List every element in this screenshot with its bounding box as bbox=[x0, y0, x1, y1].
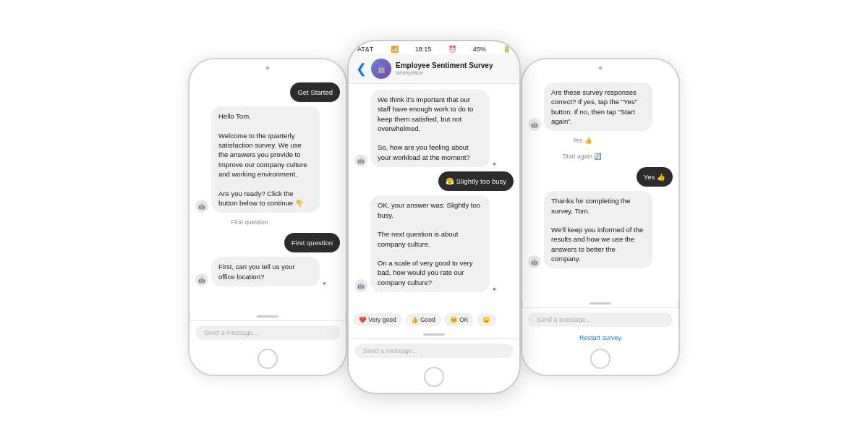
bot-avatar: 🤖 bbox=[354, 279, 367, 292]
bot-avatar: 🤖 bbox=[354, 154, 367, 167]
option-good[interactable]: 👍 Good bbox=[405, 313, 441, 326]
alarm-icon: ⏰ bbox=[448, 46, 456, 53]
bubble-row: 😤 Slightly too busy bbox=[354, 171, 514, 191]
phones-container: Get Started 🤖 Hello Tom. Welcome to the … bbox=[0, 0, 868, 434]
option-ok[interactable]: 😐 OK bbox=[444, 313, 475, 326]
bubble-verify: Are these survey responses correct? If y… bbox=[544, 82, 652, 131]
wifi-icon: 📶 bbox=[391, 46, 399, 53]
bot-avatar: 🤖 bbox=[528, 255, 541, 268]
camera-dot-right bbox=[599, 67, 603, 70]
home-button-area-center bbox=[349, 362, 519, 393]
restart-survey-link[interactable]: Restart survey bbox=[522, 331, 678, 344]
input-area-center[interactable]: Send a message... bbox=[349, 339, 519, 362]
options-buttons: ❤️ Very good 👍 Good 😐 OK 😞 bbox=[349, 310, 519, 331]
status-bar-right bbox=[522, 59, 678, 77]
chat-name: Employee Sentiment Survey bbox=[396, 61, 512, 69]
home-button-area-left bbox=[190, 344, 346, 375]
bubble-row: 🤖 OK, your answer was: Slightly too busy… bbox=[354, 195, 514, 292]
scroll-indicator-center bbox=[423, 333, 445, 336]
bubble-thanks: Thanks for completing the survey, Tom. W… bbox=[544, 191, 652, 268]
bubble-office: First, can you tell us your office locat… bbox=[211, 257, 320, 286]
camera-dot-left bbox=[266, 67, 270, 70]
option-sad[interactable]: 😞 bbox=[477, 313, 496, 326]
bubble-busy: 😤 Slightly too busy bbox=[438, 171, 514, 191]
bot-avatar: 🤖 bbox=[528, 118, 541, 131]
carrier-label: AT&T bbox=[357, 46, 373, 53]
bubble-row: Yes 👍 bbox=[528, 167, 673, 187]
message-input-left[interactable]: Send a message... bbox=[195, 326, 340, 340]
input-area-right[interactable]: Send a message... bbox=[522, 307, 678, 331]
phone-center: AT&T 📶 18:15 ⏰ 45% 🔋 ❮ 🤖 Employee Sentim… bbox=[347, 40, 521, 394]
bubble-row: 🤖 Thanks for completing the survey, Tom.… bbox=[528, 191, 673, 268]
chat-avatar-center: 🤖 bbox=[371, 59, 391, 79]
scroll-indicator-right bbox=[590, 302, 611, 305]
scroll-indicator bbox=[257, 315, 278, 318]
bubble-row: 🤖 Hello Tom. Welcome to the quarterly sa… bbox=[195, 106, 340, 213]
bubble-row: 🤖 Are these survey responses correct? If… bbox=[528, 82, 673, 131]
bubble-start-again: Start again 🔄 bbox=[528, 151, 637, 163]
chat-sub: Workplace bbox=[396, 69, 512, 76]
status-bar-left bbox=[190, 59, 346, 77]
bubble-row: 🤖 First, can you tell us your office loc… bbox=[195, 257, 340, 286]
bot-avatar: 🤖 bbox=[195, 200, 208, 213]
chat-header-center: ❮ 🤖 Employee Sentiment Survey Workplace bbox=[349, 54, 519, 84]
bubble-row: Get Started bbox=[195, 82, 340, 102]
bubble-answer: OK, your answer was: Slightly too busy. … bbox=[370, 195, 490, 292]
bubble-row-center: Yes 👍 bbox=[528, 135, 673, 147]
bubble-hello: Hello Tom. Welcome to the quarterly sati… bbox=[211, 106, 320, 213]
bubble-first-q: First question bbox=[284, 233, 340, 252]
chat-body-center: 🤖 We think it's important that our staff… bbox=[349, 84, 519, 310]
bubble-yes-answer: Yes 👍 bbox=[637, 167, 673, 187]
bubble-row-center: Start again 🔄 bbox=[528, 151, 673, 163]
bubble-center-first: First question bbox=[195, 217, 304, 229]
bubble-get-started: Get Started bbox=[290, 82, 340, 102]
bubble-row: 🤖 We think it's important that our staff… bbox=[354, 90, 514, 167]
home-button-left[interactable] bbox=[258, 349, 278, 369]
time-display: 18:15 bbox=[415, 46, 432, 53]
home-button-right[interactable] bbox=[590, 349, 610, 369]
chat-body-left: Get Started 🤖 Hello Tom. Welcome to the … bbox=[190, 77, 346, 312]
home-button-center[interactable] bbox=[424, 367, 444, 387]
bubble-workload: We think it's important that our staff h… bbox=[370, 90, 490, 167]
chat-body-right: 🤖 Are these survey responses correct? If… bbox=[522, 77, 678, 299]
input-area-left[interactable]: Send a message... bbox=[190, 320, 346, 344]
bubble-row: First question bbox=[195, 233, 340, 252]
status-bar-center: AT&T 📶 18:15 ⏰ 45% 🔋 bbox=[349, 41, 519, 54]
phone-right: 🤖 Are these survey responses correct? If… bbox=[521, 58, 680, 376]
back-button[interactable]: ❮ bbox=[356, 61, 367, 77]
battery-icon: 🔋 bbox=[503, 46, 511, 53]
message-input-right[interactable]: Send a message... bbox=[528, 312, 673, 327]
option-very-good[interactable]: ❤️ Very good bbox=[353, 313, 402, 326]
bot-avatar: 🤖 bbox=[195, 273, 208, 286]
phone-left: Get Started 🤖 Hello Tom. Welcome to the … bbox=[188, 58, 347, 376]
bubble-row-center: First question bbox=[195, 217, 340, 229]
chat-header-info: Employee Sentiment Survey Workplace bbox=[396, 61, 512, 76]
home-button-area-right bbox=[522, 344, 678, 375]
bubble-yes-option: Yes 👍 bbox=[528, 135, 637, 147]
battery-label: 45% bbox=[473, 46, 486, 53]
message-input-center[interactable]: Send a message... bbox=[354, 344, 514, 358]
